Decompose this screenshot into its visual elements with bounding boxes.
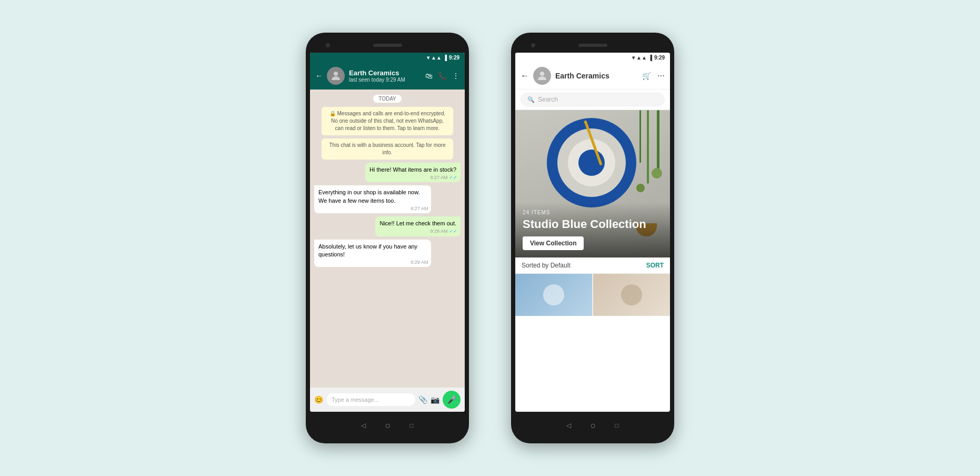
message-placeholder: Type a message... (332, 396, 379, 403)
message-time: 9:29 AM ✓✓ (430, 228, 457, 235)
message-time: 9:27 AM (411, 205, 428, 212)
product-image-2 (593, 274, 670, 316)
product-thumb-1 (543, 284, 564, 305)
message-text: Hi there! What items are in stock? (369, 166, 456, 173)
wifi-icon: ▾ (427, 55, 429, 61)
business-notice[interactable]: This chat is with a business account. Ta… (322, 138, 453, 160)
status-icons-2: ▾ ▲▲ ▐ (632, 55, 652, 61)
battery-icon: ▐ (443, 55, 447, 61)
home-nav-button[interactable]: ○ (385, 420, 391, 431)
banner-title: Studio Blue Collection (523, 217, 663, 231)
shop-header: ← Earth Ceramics 🛒 ⋯ (515, 62, 670, 90)
svg-point-0 (334, 72, 338, 76)
encryption-notice[interactable]: 🔒 Messages and calls are end-to-end encr… (322, 107, 453, 135)
recents-nav-button[interactable]: □ (409, 422, 413, 429)
phone-1-bottom-bar: ◁ ○ □ (310, 415, 465, 436)
message-input[interactable]: Type a message... (326, 393, 415, 406)
shop-more-icon[interactable]: ⋯ (657, 72, 665, 80)
cart-icon[interactable]: 🛒 (642, 72, 651, 80)
status-bar-1: ▾ ▲▲ ▐ 9:29 (310, 53, 465, 62)
catalog-icon[interactable]: 🛍 (425, 72, 433, 80)
phone-1-screen: ▾ ▲▲ ▐ 9:29 ← Earth Ceramics last seen t… (310, 53, 465, 412)
signal-icon-2: ▲▲ (636, 55, 647, 61)
product-grid (515, 274, 670, 316)
phone-1: ▾ ▲▲ ▐ 9:29 ← Earth Ceramics last seen t… (306, 33, 469, 443)
status-time-2: 9:29 (654, 55, 665, 61)
message-out-1: Hi there! What items are in stock? 9:27 … (365, 163, 461, 182)
banner-count: 24 ITEMS (523, 210, 663, 215)
shop-back-button[interactable]: ← (521, 71, 529, 81)
phone-2-bottom-bar: ◁ ○ □ (515, 415, 670, 436)
status-icons-1: ▾ ▲▲ ▐ (427, 55, 447, 61)
message-out-2: Nice!! Let me check them out. 9:29 AM ✓✓ (375, 216, 461, 236)
phone-2: ▾ ▲▲ ▐ 9:29 ← Earth Ceramics 🛒 ⋯ (511, 33, 674, 443)
message-text: Absolutely, let us know if you have any … (318, 243, 417, 257)
sort-bar: Sorted by Default SORT (515, 257, 670, 274)
search-icon: 🔍 (527, 96, 535, 103)
stem-1 (657, 110, 659, 173)
call-icon[interactable]: 📞 (438, 72, 447, 80)
more-icon[interactable]: ⋮ (452, 72, 459, 80)
chat-header-actions: 🛍 📞 ⋮ (425, 72, 459, 80)
sort-label: Sorted by Default (522, 262, 571, 269)
product-thumb-2 (621, 284, 642, 305)
signal-icon: ▲▲ (431, 55, 442, 61)
shop-name: Earth Ceramics (555, 72, 638, 80)
stem-3 (639, 110, 641, 163)
attach-icon[interactable]: 📎 (418, 395, 427, 404)
svg-point-1 (540, 72, 544, 76)
back-nav-button-2[interactable]: ◁ (566, 422, 571, 429)
avatar-icon (329, 70, 342, 82)
sort-button[interactable]: SORT (646, 262, 664, 269)
emoji-icon[interactable]: 😊 (314, 395, 323, 404)
message-text: Everything in our shop is available now.… (318, 189, 420, 203)
chat-body: TODAY 🔒 Messages and calls are end-to-en… (310, 90, 465, 388)
wifi-icon-2: ▾ (632, 55, 635, 61)
phone-1-camera (326, 43, 330, 47)
view-collection-button[interactable]: View Collection (523, 236, 584, 250)
back-button[interactable]: ← (315, 72, 323, 80)
date-label: TODAY (373, 95, 402, 103)
product-card-1[interactable] (515, 274, 592, 316)
mic-button[interactable]: 🎤 (443, 391, 461, 409)
message-in-2: Absolutely, let us know if you have any … (314, 240, 431, 267)
shop-header-actions: 🛒 ⋯ (642, 72, 665, 80)
product-image-1 (515, 274, 592, 316)
phone-2-screen: ▾ ▲▲ ▐ 9:29 ← Earth Ceramics 🛒 ⋯ (515, 53, 670, 412)
message-in-1: Everything in our shop is available now.… (314, 185, 431, 213)
shop-screen: ← Earth Ceramics 🛒 ⋯ 🔍 Search (515, 62, 670, 412)
contact-name: Earth Ceramics (349, 69, 421, 77)
shop-banner: 24 ITEMS Studio Blue Collection View Col… (515, 110, 670, 257)
bud-2 (636, 184, 645, 192)
home-nav-button-2[interactable]: ○ (590, 420, 596, 431)
message-text: Nice!! Let me check them out. (379, 220, 456, 226)
phone-1-top-bar (310, 40, 465, 51)
phone-2-top-bar (515, 40, 670, 51)
status-time-1: 9:29 (449, 55, 459, 61)
back-nav-button[interactable]: ◁ (361, 422, 366, 429)
search-input[interactable]: 🔍 Search (521, 93, 665, 106)
stem-2 (647, 110, 649, 184)
product-card-2[interactable] (593, 274, 670, 316)
phone-2-speaker (578, 44, 607, 47)
chat-input-bar: 😊 Type a message... 📎 📷 🎤 (310, 388, 465, 412)
recents-nav-button-2[interactable]: □ (615, 422, 618, 429)
bud-1 (652, 168, 662, 178)
battery-icon-2: ▐ (648, 55, 652, 61)
message-time: 9:29 AM (411, 259, 428, 266)
shop-avatar-icon (536, 70, 548, 82)
message-time: 9:27 AM ✓✓ (430, 174, 457, 181)
search-bar: 🔍 Search (515, 90, 670, 110)
phone-2-camera (531, 43, 535, 47)
phone-1-speaker (373, 44, 402, 47)
contact-status: last seen today 9:29 AM (349, 77, 421, 83)
search-placeholder: Search (538, 96, 558, 103)
chat-header: ← Earth Ceramics last seen today 9:29 AM… (310, 62, 465, 90)
avatar (327, 67, 345, 85)
chat-header-info: Earth Ceramics last seen today 9:29 AM (349, 69, 421, 83)
status-bar-2: ▾ ▲▲ ▐ 9:29 (515, 53, 670, 62)
camera-icon[interactable]: 📷 (431, 395, 439, 404)
shop-avatar (533, 67, 551, 85)
banner-overlay: 24 ITEMS Studio Blue Collection View Col… (515, 202, 670, 257)
